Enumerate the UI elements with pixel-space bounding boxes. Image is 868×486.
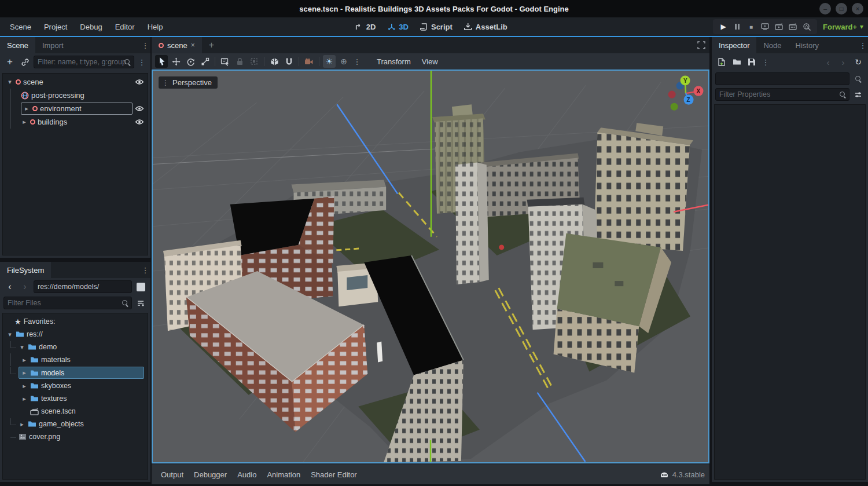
menu-scene[interactable]: Scene <box>5 20 36 34</box>
nav-forward-button[interactable]: › <box>19 280 31 293</box>
chevron-right-icon[interactable]: ▸ <box>19 421 25 428</box>
history-forward-button[interactable]: › <box>837 56 849 68</box>
fs-row-skyboxes[interactable]: ▸ skyboxes <box>4 379 146 392</box>
extra-filters-button[interactable] <box>852 88 865 101</box>
menu-help[interactable]: Help <box>142 20 168 34</box>
scene-dock-menu-button[interactable]: ⋮ <box>140 37 150 53</box>
transform-menu[interactable]: Transform <box>372 57 415 66</box>
focused-row-box[interactable]: ▸ environment <box>21 103 133 115</box>
new-resource-button[interactable] <box>715 56 728 68</box>
list-select-tool-button[interactable] <box>219 55 231 68</box>
bottom-tab-audio[interactable]: Audio <box>233 468 261 481</box>
current-path-field[interactable] <box>34 280 132 293</box>
close-button[interactable]: × <box>852 3 863 14</box>
play-button[interactable]: ▶ <box>718 21 729 32</box>
nav-back-button[interactable]: ‹ <box>3 280 16 293</box>
inspector-menu-button[interactable]: ⋮ <box>858 37 868 53</box>
camera-override-button[interactable] <box>303 55 315 68</box>
move-tool-button[interactable] <box>170 55 182 68</box>
rotate-tool-button[interactable] <box>184 55 197 68</box>
tab-node[interactable]: Node <box>756 37 788 53</box>
distraction-free-button[interactable] <box>693 37 709 53</box>
selected-file-row[interactable]: ▸ models <box>19 367 144 379</box>
visibility-eye-icon[interactable] <box>135 79 144 85</box>
bottom-tab-output[interactable]: Output <box>156 468 188 481</box>
group-button[interactable] <box>248 55 260 68</box>
chevron-down-icon[interactable]: ▾ <box>19 344 25 351</box>
new-scene-tab-button[interactable]: + <box>202 37 221 53</box>
minimize-button[interactable]: – <box>819 3 831 14</box>
select-tool-button[interactable] <box>155 55 168 68</box>
switch-3d[interactable]: 3D <box>387 23 409 31</box>
menu-editor[interactable]: Editor <box>110 20 140 34</box>
object-history-button[interactable]: ↻ <box>852 56 865 68</box>
scene-toolbar-menu-button[interactable]: ⋮ <box>137 58 147 67</box>
stop-sign[interactable] <box>499 244 504 250</box>
fs-row-scene-tscn[interactable]: scene.tscn <box>4 405 146 418</box>
preview-menu-button[interactable]: ⋮ <box>352 57 362 66</box>
preview-environment-button[interactable]: ⊕ <box>337 55 350 68</box>
menu-debug[interactable]: Debug <box>75 20 107 34</box>
dock-divider[interactable] <box>0 258 150 262</box>
fs-row-favorites[interactable]: ★ Favorites: <box>4 315 146 328</box>
projection-dropdown[interactable]: ⋮ Perspective <box>159 76 218 89</box>
chevron-right-icon[interactable]: ▸ <box>21 382 28 390</box>
local-space-toggle-button[interactable] <box>268 55 281 68</box>
switch-script[interactable]: Script <box>420 23 453 31</box>
tree-row-scene[interactable]: ▾ scene <box>4 75 146 89</box>
version-info[interactable]: 4.3.stable <box>660 470 705 479</box>
fs-row-textures[interactable]: ▸ textures <box>4 392 146 405</box>
load-resource-button[interactable] <box>730 56 743 68</box>
close-tab-icon[interactable]: × <box>191 42 195 49</box>
sort-files-button[interactable] <box>134 297 147 309</box>
fs-row-game-objects[interactable]: ▸ game_objects <box>4 418 146 430</box>
inspector-extra-menu-button[interactable]: ⋮ <box>760 58 771 67</box>
chevron-down-icon[interactable]: ▾ <box>6 331 13 338</box>
renderer-dropdown[interactable]: Forward+ ▾ <box>823 23 863 31</box>
tab-history[interactable]: History <box>789 37 826 53</box>
play-scene-button[interactable] <box>773 21 785 32</box>
tab-filesystem[interactable]: FileSystem <box>0 262 51 278</box>
movie-maker-button[interactable] <box>801 21 812 32</box>
lock-button[interactable] <box>233 55 246 68</box>
open-docs-button[interactable] <box>852 72 865 85</box>
menu-project[interactable]: Project <box>39 20 72 34</box>
scale-tool-button[interactable] <box>198 55 211 68</box>
pause-button[interactable] <box>731 21 743 32</box>
save-resource-button[interactable] <box>745 56 758 68</box>
open-scene-tab[interactable]: scene × <box>152 37 202 53</box>
tree-row-environment[interactable]: ▸ environment <box>4 102 146 115</box>
fs-row-cover-png[interactable]: cover.png <box>4 430 146 443</box>
building-white-tower-a[interactable] <box>455 162 489 284</box>
property-filter-input[interactable] <box>715 88 849 101</box>
add-node-button[interactable]: + <box>3 56 16 68</box>
chevron-right-icon[interactable]: ▸ <box>21 118 28 126</box>
fs-row-res[interactable]: ▾ res:// <box>4 328 146 341</box>
tab-import[interactable]: Import <box>35 37 71 53</box>
gizmo-neg-y[interactable] <box>671 103 678 111</box>
fs-row-demo[interactable]: ▾ demo <box>4 341 146 353</box>
chevron-right-icon[interactable]: ▸ <box>23 105 30 112</box>
stop-button[interactable]: ■ <box>745 21 757 32</box>
scene-filter-input[interactable] <box>34 56 134 68</box>
visibility-eye-icon[interactable] <box>135 119 144 125</box>
chevron-right-icon[interactable]: ▸ <box>21 369 28 377</box>
switch-assetlib[interactable]: AssetLib <box>464 23 507 31</box>
fs-row-materials[interactable]: ▸ materials <box>4 353 146 366</box>
history-back-button[interactable]: ‹ <box>822 56 834 68</box>
filesystem-menu-button[interactable]: ⋮ <box>140 262 150 278</box>
preview-sun-button[interactable]: ☀ <box>323 55 336 68</box>
bottom-tab-debugger[interactable]: Debugger <box>189 468 231 481</box>
tree-row-post-processing[interactable]: post-processing <box>4 89 146 102</box>
play-remote-debug-button[interactable] <box>759 21 771 32</box>
bottom-tab-animation[interactable]: Animation <box>262 468 305 481</box>
chevron-right-icon[interactable]: ▸ <box>21 356 28 364</box>
instance-scene-button[interactable] <box>19 56 31 68</box>
chevron-right-icon[interactable]: ▸ <box>21 395 28 403</box>
switch-2d[interactable]: 2D <box>355 23 376 31</box>
viewport-3d[interactable]: Y X Z ⋮ Perspective <box>152 70 709 463</box>
visibility-eye-icon[interactable] <box>135 105 144 112</box>
viewport-3d-scene[interactable]: Y X Z <box>153 71 708 462</box>
building-right-tall[interactable] <box>594 123 693 251</box>
view-menu[interactable]: View <box>417 57 443 66</box>
